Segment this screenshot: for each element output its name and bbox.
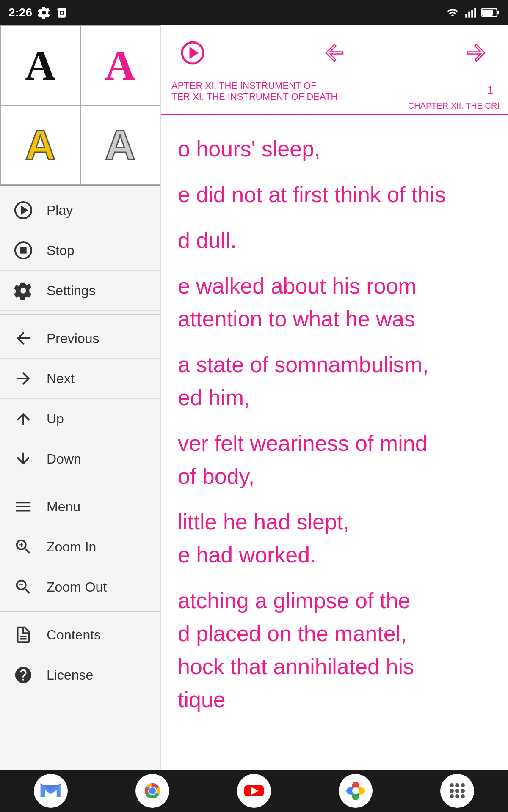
menu-item-down[interactable]: Down xyxy=(0,439,160,479)
stop-label: Stop xyxy=(47,243,75,258)
separator-3 xyxy=(0,611,160,612)
book-para-8: atching a glimpse of thed placed on the … xyxy=(178,584,491,716)
book-para-6: ver felt weariness of mindof body, xyxy=(178,427,491,493)
svg-point-33 xyxy=(450,789,454,793)
settings-status-icon xyxy=(37,6,51,19)
zoom-out-label: Zoom Out xyxy=(47,579,107,595)
gmail-icon[interactable] xyxy=(34,774,68,808)
svg-point-35 xyxy=(461,789,465,793)
font-cell-yellow[interactable]: A xyxy=(0,105,80,185)
svg-rect-2 xyxy=(471,10,473,18)
menu-item-settings[interactable]: Settings xyxy=(0,271,160,311)
font-letter-pink: A xyxy=(105,44,135,87)
play-icon xyxy=(13,200,34,221)
license-icon xyxy=(13,664,34,686)
svg-rect-6 xyxy=(497,11,499,14)
book-para-4: e walked about his roomattention to what… xyxy=(178,269,491,335)
svg-rect-1 xyxy=(468,12,470,18)
book-text: o hours' sleep, e did not at first think… xyxy=(178,132,491,716)
menu-item-zoom-out[interactable]: Zoom Out xyxy=(0,567,160,607)
font-grid: A A A A xyxy=(0,25,160,186)
app-drawer-icon[interactable] xyxy=(440,774,474,808)
chapter-tabs: APTER XI. THE INSTRUMENT OF TER XI. THE … xyxy=(161,76,508,115)
down-label: Down xyxy=(47,451,81,467)
chrome-icon[interactable] xyxy=(135,774,169,808)
svg-point-32 xyxy=(461,783,465,787)
menu-label: Menu xyxy=(47,499,80,515)
previous-icon xyxy=(13,328,34,349)
font-cell-pink[interactable]: A xyxy=(80,25,161,105)
svg-point-31 xyxy=(455,783,459,787)
font-cell-gray-outline[interactable]: A xyxy=(80,105,161,185)
book-para-1: o hours' sleep, xyxy=(178,132,491,165)
menu-items: Play Stop Settings xyxy=(0,186,160,770)
bottom-bar xyxy=(0,770,508,812)
book-para-7: little he had slept,e had worked. xyxy=(178,505,491,571)
svg-point-36 xyxy=(450,794,454,798)
zoom-in-label: Zoom In xyxy=(47,539,96,555)
svg-marker-8 xyxy=(22,207,27,213)
youtube-icon[interactable] xyxy=(237,774,271,808)
zoom-in-icon xyxy=(13,536,34,557)
up-icon xyxy=(13,408,34,429)
menu-item-up[interactable]: Up xyxy=(0,399,160,439)
menu-item-stop[interactable]: Stop xyxy=(0,230,160,271)
next-label: Next xyxy=(47,371,75,387)
book-para-5: a state of somnambulism,ed him, xyxy=(178,348,491,414)
sim-icon xyxy=(56,6,68,19)
font-letter-black: A xyxy=(25,44,55,87)
status-bar: 2:26 xyxy=(0,0,508,25)
font-letter-gray-outline: A xyxy=(105,124,135,166)
menu-item-previous[interactable]: Previous xyxy=(0,318,160,359)
up-label: Up xyxy=(47,411,64,427)
down-icon xyxy=(13,448,34,469)
book-play-btn[interactable] xyxy=(178,38,207,68)
book-back-btn[interactable] xyxy=(320,38,349,68)
book-forward-btn[interactable] xyxy=(461,38,491,68)
license-label: License xyxy=(47,667,93,683)
separator-1 xyxy=(0,314,160,315)
book-para-2: e did not at first think of this xyxy=(178,178,491,211)
menu-item-license[interactable]: License xyxy=(0,655,160,695)
battery-icon xyxy=(481,8,500,18)
menu-item-zoom-in[interactable]: Zoom In xyxy=(0,527,160,567)
main-container: A A A A Play xyxy=(0,25,508,770)
svg-rect-3 xyxy=(474,8,476,17)
font-cell-black[interactable]: A xyxy=(0,25,80,105)
settings-icon xyxy=(13,280,34,301)
time: 2:26 xyxy=(8,6,32,19)
contents-icon xyxy=(13,624,34,645)
svg-marker-12 xyxy=(190,49,197,57)
zoom-out-icon xyxy=(13,576,34,598)
menu-item-play[interactable]: Play xyxy=(0,190,160,230)
book-content: o hours' sleep, e did not at first think… xyxy=(161,124,508,770)
svg-point-34 xyxy=(455,789,459,793)
svg-point-28 xyxy=(352,787,359,794)
left-panel: A A A A Play xyxy=(0,25,161,770)
wifi-icon xyxy=(444,7,461,19)
right-panel: APTER XI. THE INSTRUMENT OF TER XI. THE … xyxy=(161,25,508,770)
svg-point-30 xyxy=(450,783,454,787)
stop-icon xyxy=(13,240,34,261)
svg-point-37 xyxy=(455,794,459,798)
chapter-tab-line1: APTER XI. THE INSTRUMENT OF xyxy=(171,80,398,91)
svg-point-19 xyxy=(149,787,156,794)
play-label: Play xyxy=(47,203,73,218)
settings-label: Settings xyxy=(47,283,96,299)
status-left: 2:26 xyxy=(8,6,68,19)
svg-point-38 xyxy=(461,794,465,798)
separator-2 xyxy=(0,483,160,483)
book-topnav xyxy=(161,25,508,76)
menu-item-contents[interactable]: Contents xyxy=(0,615,160,655)
menu-item-next[interactable]: Next xyxy=(0,359,160,399)
chapter-tab-xii[interactable]: CHAPTER XII. THE CRI xyxy=(408,101,500,111)
menu-item-menu[interactable]: Menu xyxy=(0,487,160,527)
contents-label: Contents xyxy=(47,627,101,643)
svg-rect-10 xyxy=(21,248,26,253)
status-right xyxy=(444,7,500,19)
next-icon xyxy=(13,368,34,389)
svg-rect-0 xyxy=(465,14,467,17)
chapter-tab-xi[interactable]: APTER XI. THE INSTRUMENT OF TER XI. THE … xyxy=(165,76,404,114)
photos-icon[interactable] xyxy=(339,774,373,808)
chapter-tab-line2: TER XI. THE INSTRUMENT OF DEATH xyxy=(171,91,398,102)
